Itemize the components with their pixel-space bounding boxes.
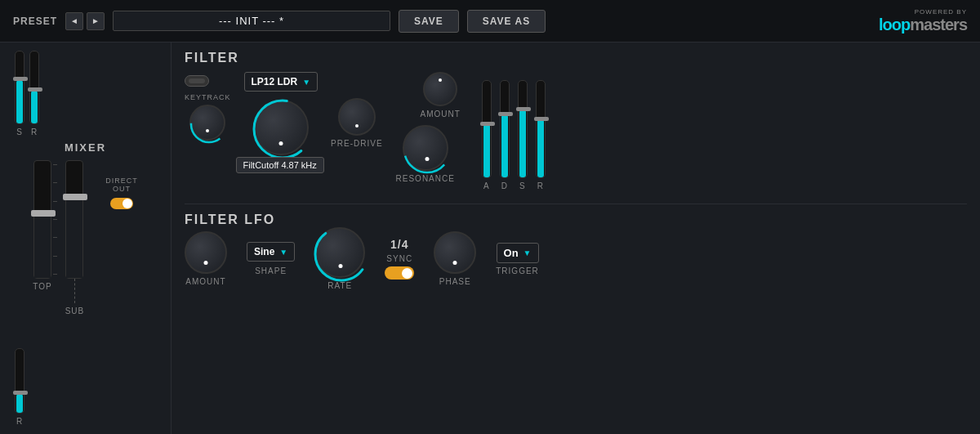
logo-masters-text: masters bbox=[910, 16, 967, 34]
env-d-fader[interactable] bbox=[500, 80, 510, 178]
direct-out-label: DIRECTOUT bbox=[105, 177, 138, 193]
top-fader-ticks bbox=[53, 161, 57, 278]
filter-left-controls: KEYTRACK bbox=[185, 72, 231, 141]
sr-faders-top: S R bbox=[7, 51, 164, 136]
amount-knob[interactable] bbox=[423, 72, 457, 106]
lfo-shape-label: SHAPE bbox=[255, 266, 287, 275]
amount-label: AMOUNT bbox=[421, 110, 461, 119]
sync-toggle[interactable] bbox=[385, 266, 414, 280]
sub-fader-dashed bbox=[74, 279, 75, 303]
env-d-label: D bbox=[501, 181, 508, 190]
resonance-arc bbox=[400, 123, 454, 177]
envelope-faders: A D S bbox=[482, 80, 546, 190]
lfo-trigger-section: On ▼ TRIGGER bbox=[496, 243, 539, 275]
powered-by-text: POWERED BY bbox=[915, 8, 967, 16]
top-bar: PRESET ◄ ► --- INIT --- * SAVE SAVE AS P… bbox=[0, 0, 980, 43]
logo-area: POWERED BY loopmasters bbox=[879, 8, 967, 34]
pre-drive-label: PRE-DRIVE bbox=[331, 139, 382, 148]
main-content: S R MIXER bbox=[0, 43, 980, 434]
r-label-top: R bbox=[31, 128, 38, 136]
top-fader-container bbox=[33, 160, 51, 279]
save-as-button[interactable]: SAVE AS bbox=[467, 10, 546, 33]
sub-fader-group: SUB bbox=[65, 160, 85, 315]
lfo-trigger-label: TRIGGER bbox=[496, 266, 539, 275]
left-panel: S R MIXER bbox=[0, 43, 172, 434]
cutoff-arc bbox=[250, 96, 315, 162]
nav-next-button[interactable]: ► bbox=[87, 12, 105, 30]
env-r-label: R bbox=[537, 181, 544, 190]
lfo-amount-knob[interactable] bbox=[185, 231, 227, 274]
lfo-phase-group: PHASE bbox=[434, 231, 476, 286]
lfo-shape-dropdown[interactable]: Sine ▼ bbox=[247, 242, 295, 262]
lfo-amount-group: AMOUNT bbox=[185, 231, 227, 286]
s-fader-top-group: S bbox=[15, 51, 24, 136]
mixer-section: MIXER bbox=[7, 141, 164, 342]
filter-lfo-section: FILTER LFO AMOUNT Sine ▼ SHAPE bbox=[185, 204, 967, 290]
rate-arc bbox=[310, 223, 372, 285]
mixer-faders: TOP SUB DIRECTOUT bbox=[33, 160, 137, 315]
lfo-controls: AMOUNT Sine ▼ SHAPE bbox=[185, 227, 967, 290]
r-label-bottom: R bbox=[16, 417, 23, 426]
env-d-group: D bbox=[500, 80, 510, 190]
cutoff-tooltip: FiltCutoff 4.87 kHz bbox=[236, 157, 324, 173]
keytrack-knob[interactable] bbox=[189, 105, 225, 141]
r-fader-bottom-track[interactable] bbox=[15, 348, 24, 414]
s-fader-top[interactable] bbox=[15, 51, 24, 124]
env-r-fader[interactable] bbox=[536, 80, 546, 178]
sync-value: 1/4 bbox=[390, 238, 408, 251]
env-a-fader[interactable] bbox=[482, 80, 492, 178]
preset-name-field[interactable]: --- INIT --- * bbox=[113, 11, 390, 31]
lfo-phase-knob[interactable] bbox=[434, 231, 476, 274]
filter-bypass-button[interactable] bbox=[185, 75, 209, 87]
filter-center: LP12 LDR ▼ CUTOFF bbox=[244, 72, 318, 168]
r-fader-bottom: R bbox=[15, 348, 24, 426]
svg-point-1 bbox=[254, 101, 311, 158]
amount-resonance-group: AMOUNT RESONANCE bbox=[396, 72, 461, 183]
filter-section: FILTER KEYTRACK bbox=[185, 51, 967, 190]
svg-point-2 bbox=[404, 127, 450, 172]
svg-point-0 bbox=[191, 106, 227, 142]
resonance-group: RESONANCE bbox=[396, 125, 455, 183]
s-label-top: S bbox=[16, 128, 23, 136]
lfo-shape-group: Sine ▼ SHAPE bbox=[247, 242, 295, 275]
r-fader-top[interactable] bbox=[29, 51, 39, 124]
trigger-arrow: ▼ bbox=[523, 248, 532, 257]
direct-out-toggle[interactable] bbox=[110, 198, 133, 209]
filter-type-value: LP12 LDR bbox=[252, 76, 298, 87]
mixer-title: MIXER bbox=[65, 141, 106, 154]
svg-point-3 bbox=[315, 228, 368, 280]
filter-lfo-title: FILTER LFO bbox=[185, 213, 275, 226]
keytrack-label: KEYTRACK bbox=[185, 93, 231, 101]
env-a-label: A bbox=[483, 181, 490, 190]
filter-header: FILTER bbox=[185, 51, 967, 65]
filter-body: KEYTRACK LP12 LDR ▼ bbox=[185, 72, 967, 190]
logo: loopmasters bbox=[879, 16, 967, 34]
filter-type-dropdown[interactable]: LP12 LDR ▼ bbox=[244, 72, 318, 92]
lfo-rate-group: RATE bbox=[314, 227, 365, 290]
nav-prev-button[interactable]: ◄ bbox=[65, 12, 83, 30]
env-s-group: S bbox=[518, 80, 528, 190]
env-s-label: S bbox=[519, 181, 526, 190]
right-panel: FILTER KEYTRACK bbox=[172, 43, 980, 434]
lfo-shape-value: Sine bbox=[254, 246, 274, 257]
pre-drive-group: PRE-DRIVE bbox=[331, 98, 382, 148]
direct-out-section: DIRECTOUT bbox=[105, 177, 138, 209]
sub-fader[interactable] bbox=[65, 160, 83, 279]
pre-drive-knob[interactable] bbox=[338, 98, 376, 136]
sync-label: SYNC bbox=[386, 254, 412, 263]
cutoff-knob[interactable] bbox=[253, 100, 309, 155]
toggle-knob bbox=[122, 199, 132, 208]
lfo-trigger-dropdown[interactable]: On ▼ bbox=[497, 243, 539, 263]
save-button[interactable]: SAVE bbox=[399, 10, 459, 33]
env-s-fader[interactable] bbox=[518, 80, 528, 178]
top-fader-label: TOP bbox=[33, 282, 51, 291]
resonance-knob[interactable] bbox=[403, 125, 448, 171]
shape-arrow: ▼ bbox=[279, 248, 287, 257]
amount-top-group: AMOUNT bbox=[421, 72, 461, 119]
filter-title: FILTER bbox=[185, 51, 239, 65]
top-fader[interactable] bbox=[33, 160, 51, 279]
trigger-value: On bbox=[504, 247, 519, 259]
lfo-amount-label: AMOUNT bbox=[185, 277, 225, 286]
top-fader-group: TOP bbox=[33, 160, 51, 291]
lfo-rate-knob[interactable] bbox=[314, 227, 365, 278]
